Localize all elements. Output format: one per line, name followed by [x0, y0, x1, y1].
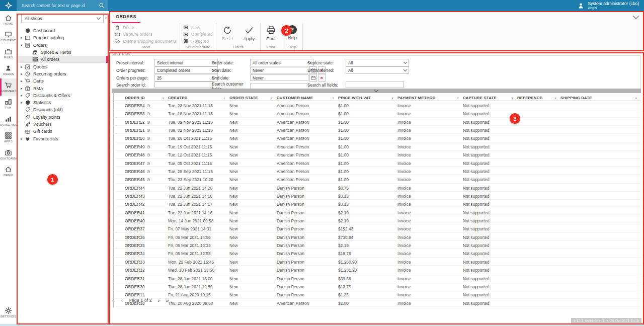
table-row[interactable]: ORDER33Mon, 22 Feb 2021 15:45NewDanish P…: [112, 258, 641, 266]
expander-collapsed-icon[interactable]: ▸: [20, 72, 24, 76]
table-row[interactable]: ORDER49Tue, 19 Oct 2021 11:15NewAmerican…: [112, 142, 641, 150]
rail-item-home[interactable]: HOME: [0, 11, 17, 28]
expander-collapsed-icon[interactable]: ▸: [20, 65, 24, 69]
column-header-order-id[interactable]: ORDER ID▾: [125, 96, 168, 100]
order-progress-select[interactable]: Completed orders: [154, 66, 218, 74]
column-header-customer-name[interactable]: CUSTOMER NAME▾: [277, 96, 338, 100]
rail-item-marketing[interactable]: MARKETING: [0, 112, 17, 129]
table-row[interactable]: ORDER42Tue, 22 Jun 2021 14:17NewDanish P…: [112, 200, 641, 208]
filter-caret-icon[interactable]: ▾: [333, 96, 334, 100]
table-row[interactable]: ORDER51Tue, 02 Nov 2021 11:15NewAmerican…: [112, 126, 641, 134]
table-row[interactable]: ORDER41Tue, 22 Jun 2021 14:16NewDanish P…: [112, 208, 641, 216]
apply-button[interactable]: Apply: [241, 24, 257, 42]
table-row[interactable]: ORDER52Tue, 09 Nov 2021 11:15NewAmerican…: [112, 118, 641, 126]
table-row[interactable]: ORDER32Wed, 10 Feb 2021 13:50NewDanish P…: [112, 266, 641, 274]
rail-item-pim[interactable]: PIM: [0, 96, 17, 113]
page-prev-button[interactable]: ‹: [121, 298, 123, 303]
tree-item-vouchers[interactable]: Vouchers: [17, 121, 108, 128]
column-header-order-state[interactable]: ORDER STATE▾: [229, 96, 277, 100]
expander-collapsed-icon[interactable]: ▸: [20, 101, 24, 105]
expander-expanded-icon[interactable]: ▾: [20, 43, 24, 47]
rail-item-demo[interactable]: DEMO: [0, 163, 17, 180]
tree-item-loyalty-points[interactable]: Loyalty points: [17, 114, 108, 121]
tree-item-orders[interactable]: ▾Orders: [17, 42, 108, 49]
tree-item-product-catalog[interactable]: ▸Product catalog: [17, 34, 108, 41]
table-row[interactable]: ORDER34Fri, 05 Mar 2021 12:58NewDanish P…: [112, 249, 641, 257]
clear-date-icon[interactable]: ×: [318, 74, 326, 82]
expander-collapsed-icon[interactable]: ▸: [20, 137, 24, 141]
filter-caret-icon[interactable]: ▾: [457, 96, 459, 100]
tree-item-statistics[interactable]: ▸Statistics: [17, 99, 108, 106]
tree-item-quotes[interactable]: ▸Quotes: [17, 63, 108, 70]
filter-collapse-bar[interactable]: [112, 89, 641, 93]
untransferred-select[interactable]: All: [346, 66, 409, 74]
table-row[interactable]: ORDER10Thu, 20 Aug 2020 09:50NewAmerican…: [112, 299, 641, 307]
sidebar-collapse-icon[interactable]: ‹: [105, 15, 107, 21]
expander-collapsed-icon[interactable]: ▸: [20, 36, 24, 40]
rail-item-users[interactable]: USERS: [0, 62, 17, 79]
column-header-shipping-date[interactable]: SHIPPING DATE▾: [560, 96, 641, 100]
table-row[interactable]: ORDER46Tue, 28 Sep 2021 11:15NewAmerican…: [112, 167, 641, 175]
rail-item-files[interactable]: FILES: [0, 45, 17, 62]
table-row[interactable]: ORDER45Thu, 23 Sep 2021 10:20NewAmerican…: [112, 175, 641, 183]
tree-item-dashboard[interactable]: Dashboard: [17, 27, 108, 34]
filter-caret-icon[interactable]: ▾: [163, 96, 164, 100]
tree-item-recurring-orders[interactable]: ▸Recurring orders: [17, 70, 108, 77]
column-header-created[interactable]: CREATED↓: [168, 95, 229, 100]
filter-caret-icon[interactable]: ▾: [271, 96, 273, 100]
table-row[interactable]: ORDER37Fri, 07 May 2021 14:31NewDanish P…: [112, 224, 641, 232]
tree-item-discounts-old-[interactable]: Discounts (old): [17, 106, 108, 113]
page-last-button[interactable]: »: [166, 298, 169, 303]
table-row[interactable]: ORDER35Fri, 05 Mar 2021 13:35NewDanish P…: [112, 241, 641, 249]
tree-item-all-orders[interactable]: All orders: [17, 56, 108, 63]
start-date-input[interactable]: [250, 67, 308, 73]
table-row[interactable]: ORDER54Tue, 23 Nov 2021 11:15NewAmerican…: [112, 101, 641, 109]
rail-item-content[interactable]: CONTENT: [0, 28, 17, 45]
table-row[interactable]: ORDER44Tue, 22 Jun 2021 14:20NewDanish P…: [112, 184, 641, 192]
print-button[interactable]: Print: [264, 24, 279, 42]
dynamicweb-logo-icon[interactable]: [0, 0, 17, 11]
table-row[interactable]: ORDER40Mon, 14 Jun 2021 09:53NewDanish P…: [112, 216, 641, 224]
table-row[interactable]: ORDER11Fri, 21 Aug 2020 10:15NewDanish P…: [112, 290, 641, 298]
filter-caret-icon[interactable]: ▾: [392, 96, 393, 100]
tree-item-favorite-lists[interactable]: ▸Favorite lists: [17, 135, 108, 142]
filter-caret-icon[interactable]: ▾: [555, 96, 556, 100]
table-row[interactable]: ORDER31Thu, 28 Jan 2021 13:00NewDanish P…: [112, 274, 641, 282]
search-icon[interactable]: [98, 2, 105, 9]
page-next-button[interactable]: ›: [158, 298, 160, 303]
search-input[interactable]: [17, 3, 98, 8]
search-all-fields-input[interactable]: [346, 82, 404, 88]
preset-interval-select[interactable]: Select interval: [154, 59, 218, 66]
tree-item-gift-cards[interactable]: Gift cards: [17, 128, 108, 135]
table-row[interactable]: ORDER53Tue, 16 Nov 2021 11:15NewAmerican…: [112, 109, 641, 117]
capture-state-select[interactable]: All: [346, 59, 409, 66]
filter-caret-icon[interactable]: ▾: [635, 96, 637, 100]
page-first-button[interactable]: «: [112, 298, 115, 303]
column-header-capture-state[interactable]: CAPTURE STATE▾: [463, 96, 517, 100]
table-row[interactable]: ORDER43Tue, 22 Jun 2021 14:18NewDanish P…: [112, 192, 641, 200]
column-header-reference[interactable]: REFERENCE▾: [517, 96, 560, 100]
table-row[interactable]: ORDER50Tue, 26 Oct 2021 11:15NewAmerican…: [112, 134, 641, 142]
expander-collapsed-icon[interactable]: ▸: [20, 94, 24, 98]
shop-selector[interactable]: All shops: [21, 14, 104, 23]
column-header-payment-method[interactable]: PAYMENT METHOD▾: [397, 96, 463, 100]
rail-item-monitoring[interactable]: MONITORING: [0, 146, 17, 163]
table-row[interactable]: ORDER48Tue, 12 Oct 2021 11:15NewAmerican…: [112, 150, 641, 158]
user-menu[interactable]: System administrator (cbo) Angel: [577, 1, 639, 10]
table-row[interactable]: ORDER47Tue, 05 Oct 2021 11:15NewAmerican…: [112, 159, 641, 167]
order-state-select[interactable]: All order states: [250, 59, 313, 66]
column-header-price-with-vat[interactable]: PRICE WITH VAT▾: [338, 96, 397, 100]
ribbon-collapse-icon[interactable]: [633, 13, 638, 19]
filter-caret-icon[interactable]: ▾: [512, 96, 513, 100]
tree-item-rma[interactable]: ▸RMA: [17, 85, 108, 92]
rail-item-apps[interactable]: APPS: [0, 129, 17, 146]
rail-item-ecommerce[interactable]: ECOMMERCE: [0, 78, 17, 96]
expander-collapsed-icon[interactable]: ▸: [20, 87, 24, 91]
help-button[interactable]: ?Help: [285, 24, 299, 41]
tree-item-carts[interactable]: ▸Carts: [17, 77, 108, 85]
tree-item-spices-herbs[interactable]: Spices & Herbs: [17, 49, 108, 56]
tree-item-discounts-offers[interactable]: ▸Discounts & Offers: [17, 92, 108, 99]
rail-item-settings[interactable]: SETTINGS: [0, 304, 17, 321]
search-order-id-input[interactable]: [154, 82, 213, 88]
orders-per-page-select[interactable]: 25: [154, 74, 218, 82]
